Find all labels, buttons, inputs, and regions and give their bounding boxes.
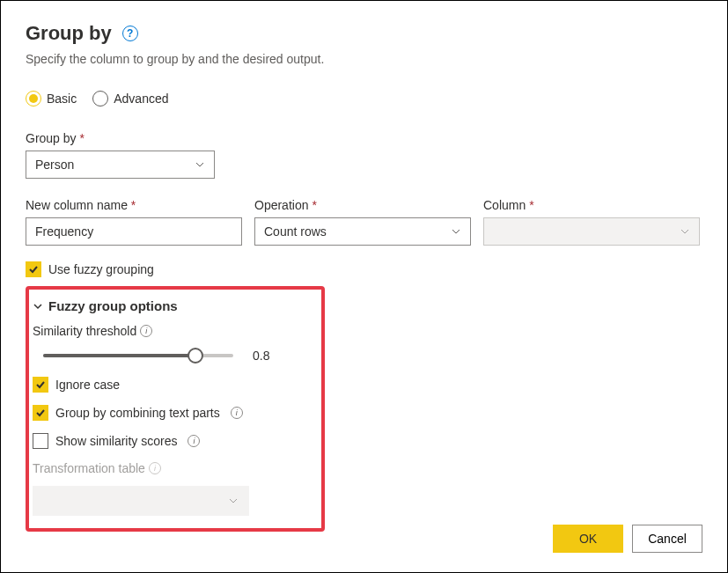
show-scores-checkbox[interactable] xyxy=(33,433,48,449)
slider-fill xyxy=(43,354,195,357)
ignore-case-label: Ignore case xyxy=(55,378,120,392)
combine-text-row: Group by combining text parts i xyxy=(33,405,313,421)
use-fuzzy-checkbox[interactable] xyxy=(26,261,41,277)
combine-text-label: Group by combining text parts xyxy=(55,406,220,420)
column-field: Column * xyxy=(483,198,700,246)
group-by-dropdown[interactable]: Person xyxy=(26,151,215,179)
show-scores-row: Show similarity scores i xyxy=(33,433,313,449)
mode-radio-group: Basic Advanced xyxy=(26,91,702,107)
transform-label-row: Transformation table i xyxy=(33,461,313,475)
radio-circle-icon xyxy=(92,91,108,107)
fuzzy-header-label: Fuzzy group options xyxy=(48,298,178,313)
chevron-down-icon xyxy=(33,301,43,312)
ignore-case-row: Ignore case xyxy=(33,377,313,393)
slider-thumb[interactable] xyxy=(188,348,203,364)
radio-advanced-label: Advanced xyxy=(114,92,168,106)
title-row: Group by ? xyxy=(26,22,702,45)
use-fuzzy-row: Use fuzzy grouping xyxy=(26,261,702,277)
dialog-subtitle: Specify the column to group by and the d… xyxy=(26,52,702,66)
new-column-label: New column name * xyxy=(26,198,242,212)
show-scores-label: Show similarity scores xyxy=(55,434,177,448)
transform-table-dropdown xyxy=(33,486,249,516)
operation-field: Operation * Count rows xyxy=(254,198,471,246)
radio-circle-icon xyxy=(26,91,41,107)
chevron-down-icon xyxy=(680,226,690,237)
fuzzy-section-header[interactable]: Fuzzy group options xyxy=(33,298,313,313)
transform-table-label: Transformation table xyxy=(33,461,145,475)
fuzzy-options-highlighted: Fuzzy group options Similarity threshold… xyxy=(26,286,325,532)
column-label: Column * xyxy=(483,198,700,212)
checkmark-icon xyxy=(28,264,39,275)
info-icon[interactable]: i xyxy=(231,407,243,419)
checkmark-icon xyxy=(35,379,46,390)
info-icon[interactable]: i xyxy=(188,435,200,447)
dialog-title: Group by xyxy=(26,22,112,45)
radio-basic-label: Basic xyxy=(47,92,77,106)
ignore-case-checkbox[interactable] xyxy=(33,377,48,393)
new-column-input[interactable] xyxy=(26,217,242,246)
info-icon: i xyxy=(149,462,161,474)
chevron-down-icon xyxy=(451,226,461,237)
radio-advanced[interactable]: Advanced xyxy=(92,91,168,107)
ok-button[interactable]: OK xyxy=(553,525,623,553)
checkmark-icon xyxy=(35,408,46,418)
radio-basic[interactable]: Basic xyxy=(26,91,77,107)
new-column-field: New column name * xyxy=(26,198,242,246)
chevron-down-icon xyxy=(195,159,205,170)
similarity-slider-row: 0.8 xyxy=(33,349,313,363)
operation-value: Count rows xyxy=(264,224,327,239)
cancel-button[interactable]: Cancel xyxy=(632,525,702,553)
chevron-down-icon xyxy=(228,496,239,506)
dialog-buttons: OK Cancel xyxy=(553,525,702,553)
group-by-field: Group by * Person xyxy=(26,131,702,179)
operation-label: Operation * xyxy=(254,198,471,212)
aggregation-row: New column name * Operation * Count rows… xyxy=(26,198,702,246)
similarity-value: 0.8 xyxy=(253,349,269,363)
similarity-slider[interactable] xyxy=(43,354,233,357)
group-by-dialog: Group by ? Specify the column to group b… xyxy=(0,0,728,573)
transform-table-section: Transformation table i xyxy=(33,461,313,516)
similarity-threshold-label: Similarity threshold xyxy=(33,324,136,338)
info-icon[interactable]: i xyxy=(140,325,152,337)
use-fuzzy-label: Use fuzzy grouping xyxy=(48,262,154,276)
help-icon[interactable]: ? xyxy=(122,26,138,41)
operation-dropdown[interactable]: Count rows xyxy=(254,217,471,246)
similarity-label-row: Similarity threshold i xyxy=(33,324,313,338)
combine-text-checkbox[interactable] xyxy=(33,405,48,421)
column-dropdown xyxy=(483,217,700,246)
group-by-label: Group by * xyxy=(26,131,702,145)
group-by-value: Person xyxy=(35,158,74,172)
